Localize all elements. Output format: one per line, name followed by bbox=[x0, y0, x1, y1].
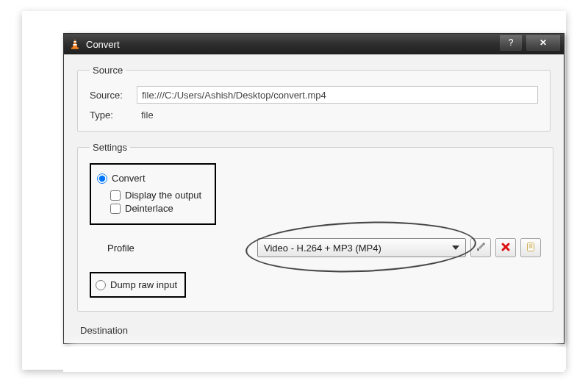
new-profile-button[interactable] bbox=[520, 238, 541, 257]
edit-profile-icon bbox=[476, 242, 486, 254]
convert-radio-row[interactable]: Convert bbox=[97, 173, 201, 184]
svg-rect-10 bbox=[528, 243, 534, 251]
close-icon: ✕ bbox=[539, 37, 547, 48]
vlc-cone-icon bbox=[68, 37, 82, 51]
help-button[interactable]: ? bbox=[499, 35, 523, 51]
convert-options: Display the output Deinterlace bbox=[110, 190, 201, 214]
delete-profile-icon bbox=[501, 242, 511, 254]
close-button[interactable]: ✕ bbox=[526, 35, 561, 51]
deinterlace-checkbox[interactable] bbox=[110, 204, 121, 214]
destination-legend: Destination bbox=[77, 325, 131, 336]
source-label: Source: bbox=[90, 90, 137, 101]
deinterlace-row[interactable]: Deinterlace bbox=[110, 203, 201, 214]
deinterlace-label: Deinterlace bbox=[125, 203, 173, 214]
dump-raw-label: Dump raw input bbox=[110, 279, 177, 290]
profile-label: Profile bbox=[107, 243, 154, 254]
source-input[interactable] bbox=[137, 86, 538, 104]
titlebar: Convert ? ✕ bbox=[64, 34, 564, 54]
svg-rect-1 bbox=[74, 41, 76, 43]
svg-marker-0 bbox=[73, 39, 78, 48]
svg-marker-6 bbox=[478, 243, 484, 249]
convert-radio[interactable] bbox=[97, 173, 107, 184]
svg-rect-3 bbox=[71, 48, 79, 49]
dialog-body: Source Source: Type: file Settings Conve… bbox=[64, 54, 564, 343]
source-group: Source Source: Type: file bbox=[77, 65, 551, 132]
convert-radio-label: Convert bbox=[112, 173, 146, 184]
delete-profile-button[interactable] bbox=[495, 238, 516, 257]
chevron-down-icon bbox=[449, 245, 462, 250]
dump-raw-row[interactable]: Dump raw input bbox=[96, 279, 177, 290]
type-row: Type: file bbox=[90, 110, 538, 121]
profile-dropdown[interactable]: Video - H.264 + MP3 (MP4) bbox=[257, 238, 466, 257]
convert-highlight-box: Convert Display the output Deinterlace bbox=[90, 163, 216, 225]
window-title: Convert bbox=[86, 39, 120, 50]
display-output-checkbox[interactable] bbox=[110, 190, 121, 201]
convert-dialog: Convert ? ✕ Source Source: Type: file Se… bbox=[63, 33, 564, 344]
dump-highlight-box: Dump raw input bbox=[90, 272, 186, 298]
dump-raw-radio[interactable] bbox=[96, 280, 106, 290]
profile-value: Video - H.264 + MP3 (MP4) bbox=[264, 243, 449, 254]
new-profile-icon bbox=[526, 242, 536, 254]
edit-profile-button[interactable] bbox=[470, 238, 491, 257]
bottom-fade bbox=[63, 347, 564, 372]
source-row: Source: bbox=[90, 86, 538, 104]
source-legend: Source bbox=[90, 65, 126, 76]
help-icon: ? bbox=[509, 37, 514, 48]
type-value: file bbox=[137, 110, 154, 121]
settings-legend: Settings bbox=[90, 142, 130, 153]
svg-marker-4 bbox=[452, 245, 459, 250]
svg-rect-2 bbox=[73, 44, 76, 46]
type-label: Type: bbox=[90, 110, 137, 121]
display-output-label: Display the output bbox=[125, 190, 201, 201]
settings-group: Settings Convert Display the output Dein… bbox=[77, 142, 553, 312]
svg-rect-5 bbox=[477, 248, 479, 251]
display-output-row[interactable]: Display the output bbox=[110, 190, 201, 201]
profile-row: Profile Video - H.264 + MP3 (MP4) bbox=[90, 238, 541, 257]
